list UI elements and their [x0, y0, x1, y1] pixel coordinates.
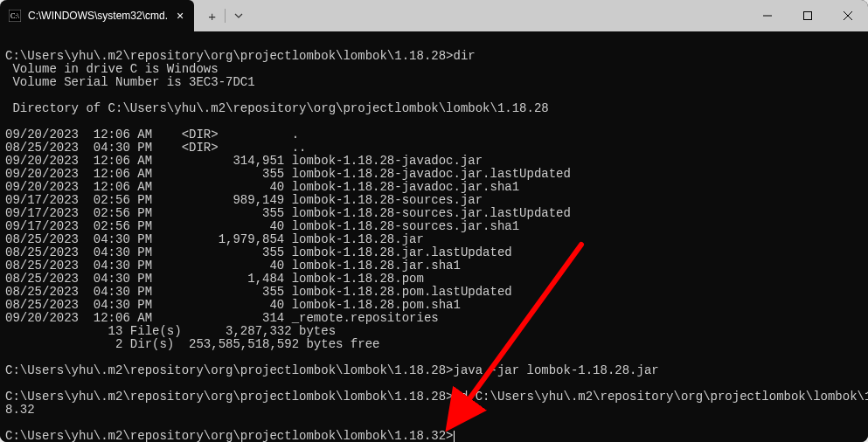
titlebar: C:\ C:\WINDOWS\system32\cmd. × +: [0, 0, 868, 31]
tab-dropdown-button[interactable]: [226, 0, 252, 31]
minimize-button[interactable]: [747, 0, 788, 31]
prompt: C:\Users\yhu\.m2\repository\org\projectl…: [5, 363, 453, 377]
prompt: C:\Users\yhu\.m2\repository\org\projectl…: [5, 390, 453, 404]
dir-entry: 08/25/2023 04:30 PM <DIR> ..: [5, 141, 306, 155]
output-line: Volume in drive C is Windows: [5, 62, 219, 76]
command: cd C:\Users\yhu\.m2\repository\org\proje…: [453, 390, 868, 404]
dir-entry: 08/25/2023 04:30 PM 40 lombok-1.18.28.po…: [5, 298, 461, 312]
command-wrap: 8.32: [5, 403, 35, 417]
svg-text:C:\: C:\: [10, 12, 20, 20]
dir-entry: 08/25/2023 04:30 PM 355 lombok-1.18.28.j…: [5, 245, 512, 259]
prompt: C:\Users\yhu\.m2\repository\org\projectl…: [5, 49, 453, 63]
tab-close-button[interactable]: ×: [175, 8, 185, 24]
cmd-window: C:\ C:\WINDOWS\system32\cmd. × + C:: [0, 0, 868, 442]
window-controls: [747, 0, 868, 31]
output-line: Volume Serial Number is 3EC3-7DC1: [5, 75, 255, 89]
dir-entry: 08/25/2023 04:30 PM 40 lombok-1.18.28.ja…: [5, 259, 461, 273]
svg-rect-3: [804, 12, 812, 20]
dir-summary: 13 File(s) 3,287,332 bytes: [5, 324, 336, 338]
output-line: Directory of C:\Users\yhu\.m2\repository…: [5, 101, 549, 115]
dir-entry: 09/17/2023 02:56 PM 355 lombok-1.18.28-s…: [5, 206, 571, 220]
dir-entry: 09/20/2023 12:06 AM 314,951 lombok-1.18.…: [5, 154, 483, 168]
terminal-output[interactable]: C:\Users\yhu\.m2\repository\org\projectl…: [0, 31, 868, 442]
tab-title: C:\WINDOWS\system32\cmd.: [28, 10, 168, 22]
dir-entry: 09/20/2023 12:06 AM 40 lombok-1.18.28-ja…: [5, 180, 519, 194]
dir-entry: 09/17/2023 02:56 PM 40 lombok-1.18.28-so…: [5, 219, 519, 233]
cmd-icon: C:\: [9, 10, 21, 22]
dir-entry: 09/20/2023 12:06 AM 314 _remote.reposito…: [5, 311, 439, 325]
maximize-button[interactable]: [788, 0, 828, 31]
dir-entry: 09/20/2023 12:06 AM <DIR> .: [5, 128, 299, 142]
new-tab-button[interactable]: +: [199, 0, 225, 31]
tab-controls: +: [194, 0, 257, 31]
dir-entry: 08/25/2023 04:30 PM 1,484 lombok-1.18.28…: [5, 272, 424, 286]
dir-entry: 09/17/2023 02:56 PM 989,149 lombok-1.18.…: [5, 193, 483, 207]
dir-entry: 09/20/2023 12:06 AM 355 lombok-1.18.28-j…: [5, 167, 571, 181]
close-button[interactable]: [828, 0, 868, 31]
dir-entry: 08/25/2023 04:30 PM 355 lombok-1.18.28.p…: [5, 285, 512, 299]
dir-entry: 08/25/2023 04:30 PM 1,979,854 lombok-1.1…: [5, 232, 424, 246]
cursor: [454, 431, 455, 442]
dir-summary: 2 Dir(s) 253,585,518,592 bytes free: [5, 337, 379, 351]
command: dir: [453, 49, 475, 63]
prompt: C:\Users\yhu\.m2\repository\org\projectl…: [5, 429, 453, 442]
active-tab[interactable]: C:\ C:\WINDOWS\system32\cmd. ×: [0, 0, 194, 31]
command: java -jar lombok-1.18.28.jar: [453, 363, 658, 377]
